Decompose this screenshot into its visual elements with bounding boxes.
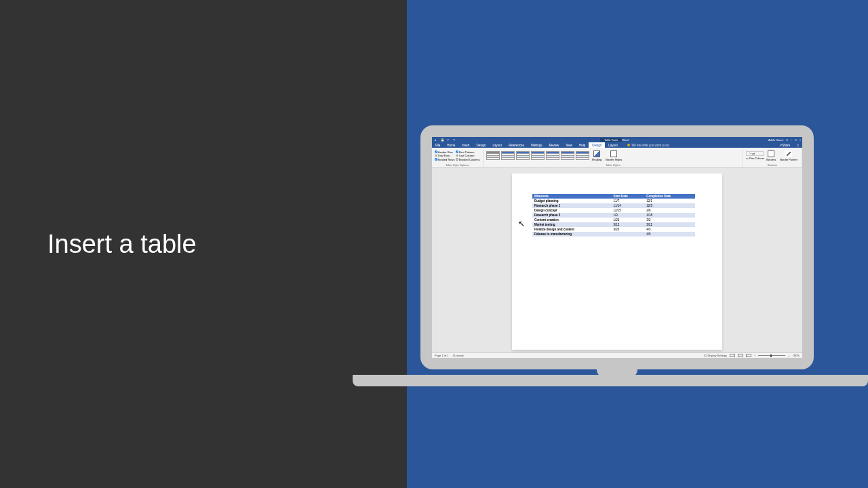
comments-icon[interactable]: □ bbox=[793, 142, 802, 148]
table-cell[interactable]: 12/1 bbox=[644, 199, 695, 203]
zoom-out-icon[interactable]: − bbox=[754, 354, 755, 357]
laptop-scene: ● 💾 ↶ ↷ Document2 - Word Table Tools Ade… bbox=[407, 0, 868, 488]
table-cell[interactable]: 12/15 bbox=[611, 208, 644, 213]
tab-view[interactable]: View bbox=[562, 142, 576, 148]
table-cell[interactable]: Research phase 1 bbox=[532, 203, 611, 208]
zoom-in-icon[interactable]: + bbox=[788, 354, 789, 357]
tab-references[interactable]: References bbox=[505, 142, 528, 148]
display-settings[interactable]: 🖵 Display Settings bbox=[704, 354, 727, 357]
col-start[interactable]: Start Date bbox=[611, 194, 644, 199]
table-style-6[interactable] bbox=[561, 151, 574, 160]
ribbon-tabs: File Home Insert Design Layout Reference… bbox=[432, 142, 802, 148]
table-cell[interactable] bbox=[611, 232, 644, 237]
table-cell[interactable]: 11/14 bbox=[611, 203, 644, 208]
table-style-1[interactable] bbox=[486, 151, 500, 160]
print-layout-icon[interactable] bbox=[738, 354, 743, 357]
table-cell[interactable]: 3/21 bbox=[644, 222, 695, 227]
table-row[interactable]: Design concept12/152/6 bbox=[532, 208, 695, 213]
tab-review[interactable]: Review bbox=[546, 142, 563, 148]
tab-file[interactable]: File bbox=[432, 142, 443, 148]
tell-me-search[interactable]: Tell me what you want to do bbox=[624, 142, 673, 148]
table-cell[interactable]: Market testing bbox=[532, 222, 611, 227]
tab-insert[interactable]: Insert bbox=[458, 142, 473, 148]
share-button[interactable]: ↗ Share bbox=[776, 142, 793, 148]
save-icon[interactable]: 💾 bbox=[441, 138, 444, 142]
tab-design[interactable]: Design bbox=[473, 142, 490, 148]
table-row[interactable]: Research phase 111/1412/3 bbox=[532, 203, 695, 208]
table-cell[interactable]: 11/7 bbox=[611, 199, 644, 203]
tab-help[interactable]: Help bbox=[576, 142, 589, 148]
last-column-check[interactable]: Last Column bbox=[456, 154, 479, 157]
ribbon: Header Row Total Row Banded Rows First C… bbox=[432, 148, 802, 168]
table-cell[interactable]: Finalize design and content bbox=[532, 227, 611, 232]
document-page[interactable]: Milestone Start Date Completion Date Bud… bbox=[512, 174, 722, 350]
borders-group: ½ pt ▭ Pen Color ▾ Borders Border Painte… bbox=[743, 148, 802, 167]
tab-layout[interactable]: Layout bbox=[490, 142, 506, 148]
mouse-cursor-icon: ↖ bbox=[518, 219, 525, 228]
table-style-7[interactable] bbox=[576, 151, 589, 160]
ribbon-options-icon[interactable]: □ bbox=[786, 138, 787, 142]
border-styles-button[interactable]: Border Styles bbox=[604, 150, 623, 161]
word-count[interactable]: 41 words bbox=[452, 354, 463, 357]
border-painter-button[interactable]: Border Painter bbox=[778, 150, 799, 161]
table-cell[interactable]: 1/3 bbox=[611, 213, 644, 218]
zoom-level[interactable]: 100% bbox=[793, 354, 800, 357]
table-tools-context: Table Tools bbox=[600, 138, 622, 142]
table-styles-gallery[interactable]: Shading Border Styles bbox=[486, 148, 741, 163]
table-style-2[interactable] bbox=[501, 151, 515, 160]
minimize-icon[interactable]: − bbox=[791, 138, 792, 142]
data-table[interactable]: Milestone Start Date Completion Date Bud… bbox=[532, 194, 695, 237]
table-row[interactable]: Content creation1/253/2 bbox=[532, 218, 695, 222]
document-area[interactable]: ↖ Milestone Start Date Completion Date B… bbox=[432, 168, 802, 352]
table-cell[interactable]: 3/2 bbox=[644, 218, 695, 222]
table-cell[interactable]: Research phase 2 bbox=[532, 213, 611, 218]
table-cell[interactable]: 4/5 bbox=[644, 232, 695, 237]
banded-columns-check[interactable]: Banded Columns bbox=[456, 158, 479, 161]
table-row[interactable]: Finalize design and content3/204/3 bbox=[532, 227, 695, 232]
user-name[interactable]: Adele Vance bbox=[768, 138, 783, 142]
header-row-check[interactable]: Header Row bbox=[435, 150, 454, 154]
web-layout-icon[interactable] bbox=[746, 354, 751, 357]
redo-icon[interactable]: ↷ bbox=[453, 138, 456, 142]
col-completion[interactable]: Completion Date bbox=[644, 194, 695, 199]
table-cell[interactable]: 1/25 bbox=[611, 218, 644, 222]
close-icon[interactable]: × bbox=[800, 138, 801, 142]
shading-button[interactable]: Shading bbox=[591, 150, 604, 161]
table-cell[interactable]: Design concept bbox=[532, 208, 611, 213]
table-cell[interactable]: 12/3 bbox=[644, 203, 695, 208]
table-row[interactable]: Research phase 21/31/18 bbox=[532, 213, 695, 218]
total-row-check[interactable]: Total Row bbox=[435, 154, 454, 157]
page-title: Insert a table bbox=[47, 230, 197, 259]
pen-color-button[interactable]: ▭ Pen Color ▾ bbox=[746, 157, 764, 160]
autosave-toggle[interactable]: ● bbox=[435, 138, 438, 142]
read-mode-icon[interactable] bbox=[730, 354, 735, 357]
table-style-4[interactable] bbox=[531, 151, 545, 160]
table-cell[interactable]: 4/3 bbox=[644, 227, 695, 232]
table-cell[interactable]: 3/20 bbox=[611, 227, 644, 232]
table-cell[interactable]: 2/6 bbox=[644, 208, 695, 213]
first-column-check[interactable]: First Column bbox=[456, 150, 479, 154]
table-cell[interactable]: 1/18 bbox=[644, 213, 695, 218]
table-cell[interactable]: Content creation bbox=[532, 218, 611, 222]
maximize-icon[interactable]: □ bbox=[795, 138, 796, 142]
borders-button[interactable]: Borders bbox=[765, 150, 777, 161]
banded-rows-check[interactable]: Banded Rows bbox=[435, 158, 454, 161]
col-milestone[interactable]: Milestone bbox=[532, 194, 611, 199]
tab-home[interactable]: Home bbox=[443, 142, 458, 148]
table-cell[interactable]: Release to manufacturing bbox=[532, 232, 611, 237]
table-row[interactable]: Budget planning11/712/1 bbox=[532, 199, 695, 203]
table-style-3[interactable] bbox=[516, 151, 530, 160]
title-panel: Insert a table bbox=[0, 0, 407, 488]
table-cell[interactable]: Budget planning bbox=[532, 199, 611, 203]
pen-weight-dropdown[interactable]: ½ pt bbox=[746, 151, 764, 156]
table-style-5[interactable] bbox=[546, 151, 559, 160]
table-row[interactable]: Release to manufacturing4/5 bbox=[532, 232, 695, 237]
tab-mailings[interactable]: Mailings bbox=[528, 142, 546, 148]
table-cell[interactable]: 3/12 bbox=[611, 222, 644, 227]
zoom-slider[interactable] bbox=[758, 355, 785, 356]
table-row[interactable]: Market testing3/123/21 bbox=[532, 222, 695, 227]
page-count[interactable]: Page 1 of 1 bbox=[435, 354, 448, 357]
undo-icon[interactable]: ↶ bbox=[447, 138, 450, 142]
tab-table-layout[interactable]: Layout bbox=[605, 142, 621, 148]
tab-table-design[interactable]: Design bbox=[589, 142, 605, 148]
